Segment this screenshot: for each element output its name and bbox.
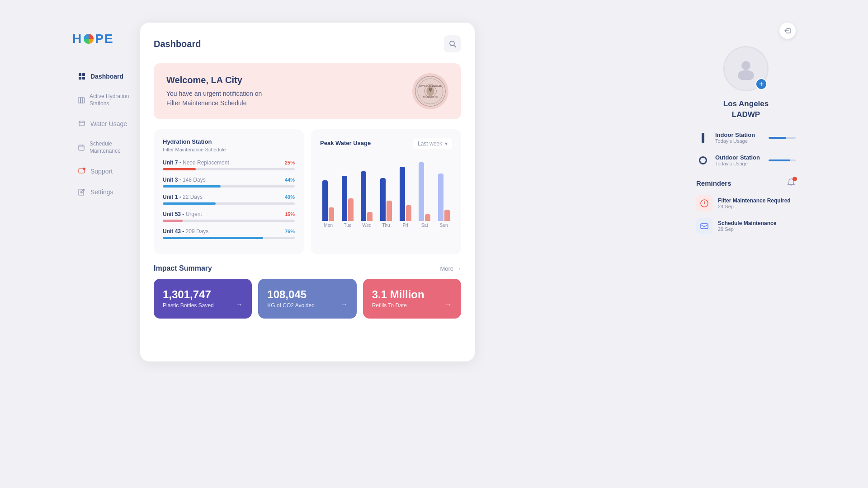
page-header: Dashboard (154, 35, 461, 52)
welcome-text: Welcome, LA City You have an urgent noti… (166, 75, 262, 108)
day-label-sun: Sun (440, 223, 448, 228)
email-icon (700, 221, 709, 230)
outdoor-station-bar-track (769, 160, 796, 161)
logout-button[interactable] (779, 23, 796, 39)
filter-unit-7-pct: 25% (285, 160, 295, 165)
more-link[interactable]: More → (440, 265, 461, 272)
station-stats: Indoor Station Today's Usage Outdoor Sta… (696, 131, 796, 167)
filter-unit-7: Unit 7 - Need Replacement 25% (163, 160, 295, 170)
city-seal-svg: CITY OF LOS ANGELES FOUNDED 1781 (415, 75, 446, 107)
sidebar-item-settings[interactable]: Settings (72, 183, 138, 201)
bar-wed-2 (367, 212, 373, 221)
svg-rect-0 (79, 73, 81, 76)
indoor-station-icon (696, 131, 710, 145)
day-label-tue: Tue (344, 223, 351, 228)
arrow-icon-3: → (445, 300, 452, 309)
day-label-thu: Thu (382, 223, 390, 228)
chart-day-thu: Thu (378, 178, 395, 228)
avatar-icon (735, 57, 757, 80)
bar-thu-1 (380, 178, 386, 221)
outdoor-station-item: Outdoor Station Today's Usage (696, 154, 796, 167)
impact-title: Impact Summary (154, 264, 212, 272)
outdoor-station-icon (696, 154, 710, 167)
grid-icon (78, 72, 86, 80)
filter-unit-43-pct: 76% (285, 229, 295, 234)
sidebar-item-label: Active Hydration Stations (90, 93, 132, 107)
filter-unit-53-name: Unit 53 - Urgent (163, 211, 202, 217)
bar-chart: Mon Tue (320, 155, 452, 228)
indoor-station-info: Indoor Station Today's Usage (715, 131, 763, 144)
avatar-plus-button[interactable]: + (755, 78, 767, 90)
sidebar-item-active-hydration[interactable]: Active Hydration Stations (72, 89, 138, 112)
bar-tue-1 (342, 176, 347, 221)
reminder-schedule-title: Schedule Maintenance (718, 220, 796, 226)
sidebar: H PE Dashboard (72, 23, 138, 201)
bar-sun-2 (444, 210, 450, 221)
sidebar-item-schedule-maintenance[interactable]: Schedule Maintenance (72, 136, 138, 159)
filter-card-title: Hydration Station (163, 138, 295, 145)
reminder-filter-date: 24 Sep (718, 204, 796, 209)
chart-day-sat: Sat (416, 162, 433, 228)
svg-rect-4 (78, 98, 80, 103)
indoor-station-item: Indoor Station Today's Usage (696, 131, 796, 145)
impact-card-co2[interactable]: 108,045 KG of CO2 Avoided → (258, 279, 356, 319)
sidebar-item-label: Dashboard (90, 73, 123, 80)
map-icon (78, 96, 85, 104)
outdoor-station-bar-fill (769, 160, 790, 161)
filter-unit-3: Unit 3 - 148 Days 44% (163, 177, 295, 188)
outdoor-station-sub: Today's Usage (715, 161, 763, 166)
bar-wed-1 (361, 171, 366, 221)
edit-icon (78, 188, 86, 196)
bar-mon-1 (322, 180, 328, 221)
bar-tue-2 (348, 198, 354, 221)
impact-section: Impact Summary More → 1,301,747 Plastic … (154, 264, 461, 319)
impact-card-refills[interactable]: 3.1 Million Refills To Date → (363, 279, 461, 319)
right-panel: + Los AngelesLADWP Indoor Station Today'… (696, 23, 796, 240)
profile-avatar: + (723, 46, 769, 91)
impact-card-bottles[interactable]: 1,301,747 Plastic Bottles Saved → (154, 279, 252, 319)
sidebar-item-dashboard[interactable]: Dashboard (72, 68, 138, 85)
reminder-filter-title: Filter Maintenance Required (718, 197, 796, 204)
reminders-header: Reminders (696, 178, 796, 189)
period-selector[interactable]: Last week ▾ (413, 138, 452, 149)
search-button[interactable] (444, 35, 461, 52)
filter-maintenance-card: Hydration Station Filter Maintenance Sch… (154, 129, 304, 254)
filter-unit-7-name: Unit 7 - Need Replacement (163, 160, 229, 166)
logo-text: H (72, 32, 82, 46)
filter-card-subtitle: Filter Maintenance Schedule (163, 147, 295, 152)
filter-unit-53-pct: 15% (285, 211, 295, 217)
reminder-schedule-maintenance: Schedule Maintenance 29 Sep (696, 218, 796, 234)
sidebar-item-label: Water Usage (90, 120, 127, 127)
alert-icon (700, 199, 709, 208)
impact-number-bottles: 1,301,747 (163, 289, 214, 300)
impact-number-refills: 3.1 Million (372, 289, 425, 300)
svg-rect-5 (80, 98, 83, 103)
filter-unit-1-pct: 40% (285, 194, 295, 200)
indoor-station-bar-icon (702, 133, 704, 143)
welcome-banner: Welcome, LA City You have an urgent noti… (154, 63, 461, 119)
welcome-body: You have an urgent notification onFilter… (166, 89, 262, 108)
svg-rect-9 (79, 145, 84, 150)
bell-badge (793, 177, 797, 181)
two-col-section: Hydration Station Filter Maintenance Sch… (154, 129, 461, 254)
arrow-icon-2: → (340, 300, 348, 309)
bell-button[interactable] (787, 178, 796, 189)
svg-rect-1 (82, 73, 85, 76)
bar-fri-2 (406, 205, 411, 221)
alert-icon-wrap (696, 195, 712, 211)
svg-point-14 (83, 168, 85, 170)
main-card: Dashboard Welcome, LA City You have an u… (140, 23, 475, 361)
indoor-station-name: Indoor Station (715, 131, 763, 138)
outdoor-station-info: Outdoor Station Today's Usage (715, 154, 763, 166)
day-label-mon: Mon (324, 223, 333, 228)
app-container: H PE Dashboard (0, 0, 868, 488)
reminder-filter-text: Filter Maintenance Required 24 Sep (718, 197, 796, 209)
sidebar-item-water-usage[interactable]: Water Usage (72, 115, 138, 132)
svg-point-25 (741, 61, 750, 70)
sidebar-item-support[interactable]: Support (72, 163, 138, 180)
day-label-wed: Wed (362, 223, 371, 228)
arrow-right-icon: → (455, 265, 461, 272)
bar-fri-1 (400, 167, 405, 221)
filter-unit-43: Unit 43 - 209 Days 76% (163, 228, 295, 239)
impact-label-co2: KG of CO2 Avoided (267, 302, 315, 309)
